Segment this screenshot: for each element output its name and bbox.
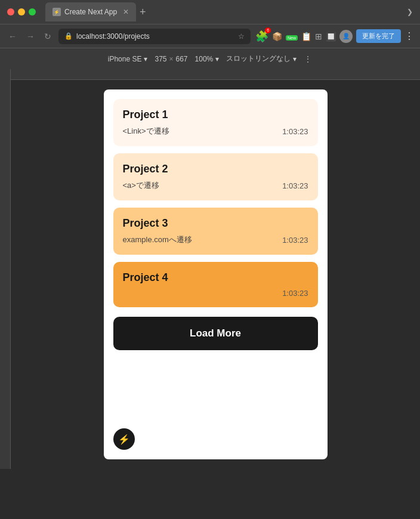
new-badge-icon[interactable]: 📦 New — [272, 32, 298, 41]
device-name: iPhone SE — [108, 55, 142, 63]
minimize-button[interactable] — [18, 8, 25, 16]
lightning-icon: ⚡ — [118, 434, 130, 445]
dimension-cross: × — [169, 55, 174, 63]
zoom-chevron-icon: ▾ — [215, 55, 219, 63]
throttle-selector[interactable]: スロットリングなし ▾ — [226, 54, 297, 64]
project-4-time: 1:03:23 — [282, 289, 308, 298]
tab-overflow-icon[interactable]: ❯ — [407, 8, 413, 16]
forward-button[interactable]: → — [24, 30, 37, 42]
project-2-subtitle: <a>で遷移 — [123, 180, 159, 191]
maximize-button[interactable] — [29, 8, 36, 16]
project-3-time: 1:03:23 — [282, 236, 308, 245]
back-button[interactable]: ← — [6, 30, 19, 42]
lightning-fab-button[interactable]: ⚡ — [113, 428, 135, 450]
puzzle-icon[interactable]: 🔲 — [326, 32, 336, 41]
project-card-2[interactable]: Project 2 <a>で遷移 1:03:23 — [113, 153, 318, 200]
new-tab-icon[interactable]: + — [140, 6, 146, 18]
project-4-footer: 1:03:23 — [123, 289, 308, 298]
lock-icon: 🔒 — [64, 32, 73, 40]
project-card-3[interactable]: Project 3 example.comへ遷移 1:03:23 — [113, 208, 318, 255]
device-chevron-icon: ▾ — [144, 55, 147, 63]
address-input[interactable]: 🔒 localhost:3000/projects ☆ — [58, 29, 251, 44]
tab-title: Create Next App — [64, 8, 117, 16]
zoom-selector[interactable]: 100% ▾ — [195, 55, 220, 63]
project-1-time: 1:03:23 — [282, 127, 308, 136]
dimensions: 375 × 667 — [155, 55, 187, 63]
project-1-subtitle: <Link>で遷移 — [123, 126, 169, 137]
extensions-icon[interactable]: 🧩 6 — [255, 30, 268, 43]
tab-close-icon[interactable]: ✕ — [123, 8, 129, 16]
project-card-1[interactable]: Project 1 <Link>で遷移 1:03:23 — [113, 99, 318, 146]
bookmark-icon[interactable]: ☆ — [238, 32, 245, 41]
project-2-time: 1:03:23 — [282, 181, 308, 190]
throttle-chevron-icon: ▾ — [293, 55, 297, 63]
grid-icon[interactable]: ⊞ — [315, 32, 322, 41]
throttle-label: スロットリングなし — [226, 54, 291, 64]
device-selector[interactable]: iPhone SE ▾ — [108, 55, 148, 63]
update-button[interactable]: 更新を完了 — [356, 29, 401, 43]
project-2-title: Project 2 — [123, 163, 308, 175]
project-1-title: Project 1 — [123, 109, 308, 121]
ruler-vertical — [0, 80, 11, 469]
active-tab[interactable]: ⚡ Create Next App ✕ — [45, 2, 136, 21]
project-2-footer: <a>で遷移 1:03:23 — [123, 180, 308, 191]
more-icon[interactable]: ⋮ — [404, 30, 414, 42]
load-more-button[interactable]: Load More — [113, 317, 318, 350]
page-content: Project 1 <Link>で遷移 1:03:23 Project 2 <a… — [11, 80, 420, 469]
ruler-horizontal — [0, 69, 420, 80]
main-content-area: Project 1 <Link>で遷移 1:03:23 Project 2 <a… — [0, 80, 420, 469]
toolbar-icons: 🧩 6 📦 New 📋 ⊞ 🔲 👤 更新を完了 ⋮ — [255, 29, 414, 43]
project-3-subtitle: example.comへ遷移 — [123, 234, 192, 245]
tab-bar: ⚡ Create Next App ✕ + — [45, 2, 402, 21]
extension-badge: 6 — [265, 27, 271, 33]
tab-favicon-icon: ⚡ — [52, 8, 61, 16]
address-bar: ← → ↻ 🔒 localhost:3000/projects ☆ 🧩 6 📦 … — [0, 24, 420, 48]
clipboard-icon[interactable]: 📋 — [301, 32, 311, 41]
project-card-4[interactable]: Project 4 1:03:23 — [113, 262, 318, 307]
close-button[interactable] — [7, 8, 14, 16]
devtools-more-icon[interactable]: ⋮ — [304, 54, 312, 64]
width-value[interactable]: 375 — [155, 55, 166, 63]
project-3-footer: example.comへ遷移 1:03:23 — [123, 234, 308, 245]
reload-button[interactable]: ↻ — [42, 30, 54, 42]
zoom-value: 100% — [195, 55, 214, 63]
project-4-title: Project 4 — [123, 271, 308, 284]
profile-avatar[interactable]: 👤 — [339, 30, 353, 43]
title-bar: ⚡ Create Next App ✕ + ❯ — [0, 0, 420, 24]
height-value[interactable]: 667 — [176, 55, 188, 63]
url-text: localhost:3000/projects — [76, 32, 150, 41]
project-1-footer: <Link>で遷移 1:03:23 — [123, 126, 308, 137]
device-bar: iPhone SE ▾ 375 × 667 100% ▾ スロットリングなし ▾… — [0, 48, 420, 69]
project-3-title: Project 3 — [123, 217, 308, 230]
window-controls — [7, 8, 36, 16]
phone-frame: Project 1 <Link>で遷移 1:03:23 Project 2 <a… — [104, 89, 328, 459]
new-label: New — [286, 35, 298, 41]
